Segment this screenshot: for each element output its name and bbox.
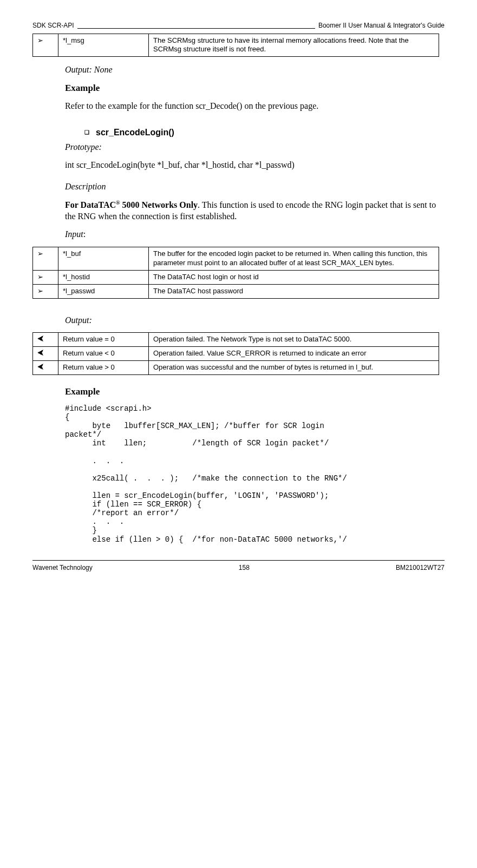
row-name: Return value < 0: [58, 347, 149, 361]
row-name: *l_msg: [58, 34, 149, 57]
description-label: Description: [65, 181, 439, 193]
row-name: *l_buf: [58, 247, 149, 270]
row-desc: Operation was successful and the number …: [149, 361, 439, 375]
row-desc: The buffer for the encoded login packet …: [149, 247, 439, 270]
row-symbol: ⮜: [33, 361, 58, 375]
footer-right: BM210012WT27: [396, 564, 445, 573]
msg-table: ➢ *l_msg The SCRMsg structure to have it…: [32, 34, 439, 57]
example-ref: Refer to the example for the function sc…: [65, 101, 439, 112]
example-heading: Example: [65, 82, 439, 94]
page-header: SDK SCR-API Boomer II User Manual & Inte…: [32, 22, 445, 30]
prototype-label: Prototype:: [65, 142, 439, 153]
output-table: ⮜ Return value = 0 Operation failed. The…: [32, 332, 439, 375]
row-symbol: ➢: [33, 270, 58, 284]
page-content: ➢ *l_msg The SCRMsg structure to have it…: [65, 34, 439, 544]
row-symbol: ➢: [33, 284, 58, 298]
row-name: Return value = 0: [58, 333, 149, 347]
input-table: ➢ *l_buf The buffer for the encoded logi…: [32, 247, 439, 299]
row-desc: The DataTAC host login or host id: [149, 270, 439, 284]
row-name: Return value > 0: [58, 361, 149, 375]
output-none: Output: None: [65, 64, 439, 76]
function-name: scr_EncodeLogin(): [96, 128, 174, 137]
bullet-icon: ❑: [84, 129, 89, 135]
function-heading: ❑scr_EncodeLogin(): [84, 127, 439, 139]
row-symbol: ➢: [33, 247, 58, 270]
table-row: ⮜ Return value < 0 Operation failed. Val…: [33, 347, 439, 361]
table-row: ➢ *l_msg The SCRMsg structure to have it…: [33, 34, 439, 57]
footer-left: Wavenet Technology: [32, 564, 93, 573]
input-label: Input:: [65, 229, 439, 240]
desc-bold-prefix: For DataTAC: [65, 201, 116, 210]
page-footer: Wavenet Technology 158 BM210012WT27: [32, 560, 445, 573]
description-text: For DataTAC® 5000 Networks Only. This fu…: [65, 199, 439, 222]
table-row: ⮜ Return value > 0 Operation was success…: [33, 361, 439, 375]
row-desc: Operation failed. Value SCR_ERROR is ret…: [149, 347, 439, 361]
row-symbol: ⮜: [33, 333, 58, 347]
header-rule: [77, 20, 315, 29]
code-block: #include <scrapi.h> { byte lbuffer[SCR_M…: [65, 404, 439, 544]
example2-heading: Example: [65, 386, 439, 398]
table-row: ➢ *l_hostid The DataTAC host login or ho…: [33, 270, 439, 284]
row-name: *l_passwd: [58, 284, 149, 298]
table-row: ➢ *l_passwd The DataTAC host password: [33, 284, 439, 298]
header-left: SDK SCR-API: [32, 22, 74, 30]
desc-bold-suffix: 5000 Networks Only: [120, 201, 198, 210]
output-label: Output:: [65, 315, 439, 326]
prototype-text: int scr_EncodeLogin(byte *l_buf, char *l…: [65, 160, 439, 171]
row-symbol: ➢: [33, 34, 58, 57]
footer-center: 158: [239, 564, 250, 573]
table-row: ➢ *l_buf The buffer for the encoded logi…: [33, 247, 439, 270]
header-right: Boomer II User Manual & Integrator's Gui…: [318, 22, 445, 30]
desc-reg: ®: [116, 200, 120, 206]
row-desc: The SCRMsg structure to have its interna…: [149, 34, 439, 57]
row-desc: Operation failed. The Network Type is no…: [149, 333, 439, 347]
row-desc: The DataTAC host password: [149, 284, 439, 298]
row-name: *l_hostid: [58, 270, 149, 284]
table-row: ⮜ Return value = 0 Operation failed. The…: [33, 333, 439, 347]
row-symbol: ⮜: [33, 347, 58, 361]
